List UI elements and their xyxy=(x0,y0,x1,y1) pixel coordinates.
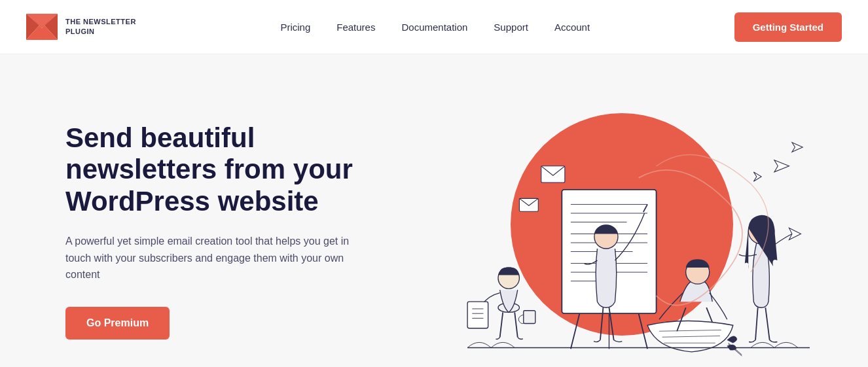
logo-icon xyxy=(26,14,58,40)
logo[interactable]: THE NEWSLETTER PLUGIN xyxy=(26,14,136,40)
svg-rect-7 xyxy=(467,302,488,328)
nav-pricing[interactable]: Pricing xyxy=(280,22,310,33)
hero-illustration xyxy=(432,94,816,367)
hero-section: Send beautiful newsletters from your Wor… xyxy=(0,54,868,367)
svg-line-23 xyxy=(639,313,648,349)
logo-text: THE NEWSLETTER PLUGIN xyxy=(65,17,136,37)
nav-features[interactable]: Features xyxy=(336,22,375,33)
hero-title: Send beautiful newsletters from your Wor… xyxy=(65,122,406,217)
site-header: THE NEWSLETTER PLUGIN Pricing Features D… xyxy=(0,0,868,54)
nav-account[interactable]: Account xyxy=(554,22,590,33)
main-nav: Pricing Features Documentation Support A… xyxy=(280,22,590,33)
nav-support[interactable]: Support xyxy=(494,22,528,33)
svg-line-22 xyxy=(571,313,580,349)
hero-content: Send beautiful newsletters from your Wor… xyxy=(65,122,406,340)
svg-rect-11 xyxy=(524,311,535,324)
nav-documentation[interactable]: Documentation xyxy=(401,22,467,33)
illustration-svg xyxy=(432,94,816,367)
getting-started-button[interactable]: Getting Started xyxy=(734,12,842,42)
go-premium-button[interactable]: Go Premium xyxy=(65,307,170,340)
hero-subtitle: A powerful yet simple email creation too… xyxy=(65,233,367,283)
